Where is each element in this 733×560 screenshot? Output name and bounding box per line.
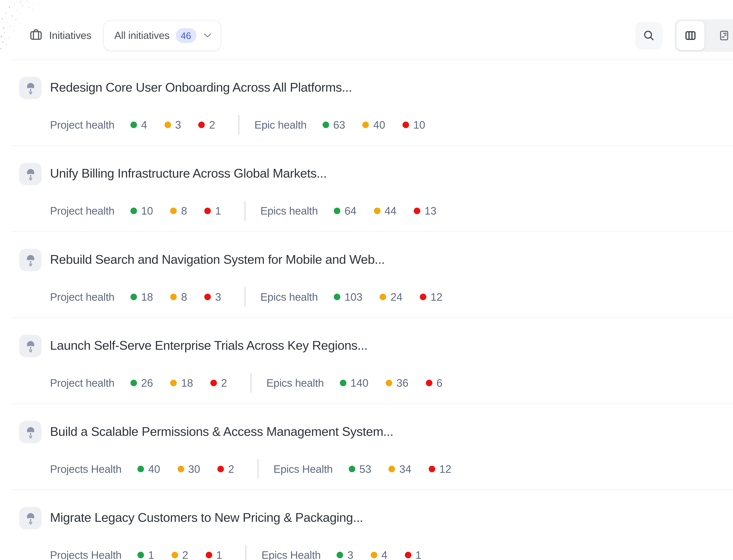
health-count: 103 [345, 291, 363, 303]
health-count: 63 [333, 118, 345, 131]
lightbulb-icon [19, 507, 42, 529]
health-stat: 40 [137, 463, 160, 475]
project-health-label: Project health [50, 205, 115, 217]
health-count: 40 [373, 118, 385, 131]
orange-dot [363, 122, 369, 128]
lightbulb-icon [19, 335, 42, 357]
health-stat: 1 [206, 549, 222, 560]
health-count: 10 [141, 205, 153, 217]
health-stat: 3 [204, 291, 221, 303]
toolbar-actions [635, 19, 733, 52]
health-count: 30 [188, 463, 200, 475]
health-count: 24 [390, 291, 402, 303]
health-count: 1 [415, 549, 421, 560]
health-count: 44 [384, 205, 396, 217]
health-count: 1 [216, 549, 222, 560]
project-health-label: Project health [50, 291, 115, 303]
list-view-button[interactable] [705, 21, 733, 50]
health-stat: 24 [380, 291, 402, 303]
health-count: 140 [351, 377, 368, 389]
chevron-down-icon [204, 33, 211, 38]
initiative-title: Build a Scalable Permissions & Access Ma… [50, 424, 393, 440]
health-stat: 2 [198, 118, 215, 131]
project-health-label: Project health [50, 377, 115, 389]
green-dot [334, 294, 341, 300]
epic-health-label: Epics Health [274, 463, 333, 475]
orange-dot [170, 294, 177, 300]
initiative-title: Launch Self-Serve Enterprise Trials Acro… [50, 338, 367, 354]
health-count: 64 [345, 205, 357, 217]
health-stat: 53 [349, 463, 371, 475]
lightbulb-icon [19, 77, 42, 99]
initiative-row[interactable]: Build a Scalable Permissions & Access Ma… [0, 404, 733, 489]
health-count: 3 [215, 291, 221, 303]
project-health-label: Projects Health [50, 463, 122, 475]
orange-dot [170, 208, 177, 214]
orange-dot [170, 380, 177, 386]
epic-health-label: Epics Health [262, 549, 321, 560]
epic-health-label: Epics health [266, 377, 324, 389]
initiative-row[interactable]: Launch Self-Serve Enterprise Trials Acro… [0, 318, 733, 403]
initiative-title: Redesign Core User Onboarding Across All… [50, 80, 352, 96]
project-health-label: Projects Health [50, 549, 122, 560]
epic-health-label: Epics health [260, 291, 318, 303]
health-stat: 6 [426, 377, 442, 389]
health-count: 26 [141, 377, 153, 389]
health-stat: 3 [337, 549, 354, 560]
health-stat: 40 [363, 118, 385, 131]
green-dot [130, 122, 137, 128]
health-stats: Project health 4 3 2 Epic health 63 40 1… [50, 115, 733, 135]
health-count: 12 [439, 463, 451, 475]
health-stat: 103 [334, 291, 363, 303]
initiative-row-head: Unify Billing Infrastructure Across Glob… [19, 163, 733, 185]
stats-divider [258, 459, 258, 479]
board-view-button[interactable] [676, 21, 705, 50]
initiative-row[interactable]: Unify Billing Infrastructure Across Glob… [0, 146, 733, 231]
initiative-row[interactable]: Redesign Core User Onboarding Across All… [0, 60, 733, 145]
stats-divider [245, 201, 246, 221]
stats-divider [251, 373, 252, 393]
health-stat: 12 [429, 463, 451, 475]
initiative-row[interactable]: Rebuild Search and Navigation System for… [0, 232, 733, 317]
health-stats: Project health 26 18 2 Epics health 140 … [50, 373, 733, 393]
health-stat: 2 [218, 463, 234, 475]
orange-dot [374, 208, 380, 214]
red-dot [429, 466, 435, 472]
health-stat: 4 [130, 118, 147, 131]
initiative-title: Migrate Legacy Customers to New Pricing … [50, 510, 363, 526]
view-switcher [675, 19, 733, 52]
orange-dot [380, 294, 386, 300]
health-count: 10 [413, 118, 425, 131]
health-count: 4 [381, 549, 387, 560]
red-dot [204, 208, 211, 214]
health-stat: 30 [177, 463, 200, 475]
initiative-row-head: Build a Scalable Permissions & Access Ma… [19, 421, 733, 443]
health-count: 3 [175, 118, 181, 131]
health-stat: 140 [340, 377, 368, 389]
toolbar: Initiatives All initiatives 46 [0, 0, 733, 59]
filter-label: All initiatives [114, 29, 170, 41]
filter-count-badge: 46 [176, 28, 196, 43]
initiative-row[interactable]: Migrate Legacy Customers to New Pricing … [0, 490, 733, 560]
green-dot [130, 208, 137, 214]
list-icon [718, 29, 730, 42]
search-button[interactable] [635, 22, 662, 49]
health-count: 2 [209, 118, 215, 131]
initiative-row-head: Redesign Core User Onboarding Across All… [19, 77, 733, 99]
red-dot [218, 466, 224, 472]
health-count: 4 [141, 118, 147, 131]
initiatives-filter-dropdown[interactable]: All initiatives 46 [103, 20, 221, 51]
health-stat: 2 [211, 377, 227, 389]
health-stat: 10 [130, 205, 153, 217]
health-count: 1 [148, 549, 154, 560]
stats-divider [239, 115, 239, 135]
initiatives-list: Redesign Core User Onboarding Across All… [0, 60, 733, 560]
green-dot [340, 380, 346, 386]
health-stat: 1 [405, 549, 421, 560]
green-dot [130, 294, 137, 300]
health-count: 36 [396, 377, 408, 389]
green-dot [337, 552, 343, 558]
stats-divider [246, 545, 247, 560]
health-stat: 3 [165, 118, 181, 131]
page-title: Initiatives [49, 29, 91, 41]
